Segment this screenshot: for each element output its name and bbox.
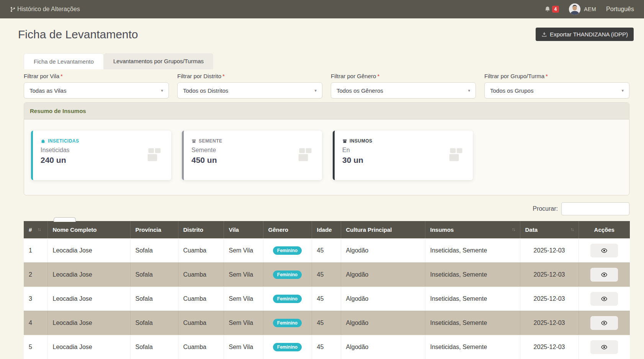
filter-grupo-turma: Filtrar por Grupo/Turma* Todos os Grupos… — [484, 73, 629, 98]
boxes-icon — [448, 147, 464, 164]
gender-badge: Feminino — [273, 295, 302, 303]
column-header-provincia[interactable]: Província — [130, 221, 178, 238]
column-header-data[interactable]: Data↑↓ — [520, 221, 579, 238]
resumo-de-insumos-panel: Resumo de Insumos INSETICIDAS Inseticida… — [24, 102, 629, 195]
card-name: Semente — [191, 147, 314, 154]
export-button[interactable]: Exportar THANDIZANA (iDPP) — [536, 28, 634, 41]
card-quantity: 30 un — [342, 156, 465, 165]
column-header-num[interactable]: #↑↓ — [24, 221, 47, 238]
filter-genero: Filtrar por Gênero* Todos os Gêneros ▾ — [331, 73, 476, 98]
page-title: Ficha de Levantamento — [18, 28, 138, 41]
column-header-vila[interactable]: Vila — [224, 221, 263, 238]
required-asterisk: * — [546, 73, 548, 79]
chevron-down-icon: ▾ — [468, 88, 470, 93]
card-name: Inseticidas — [41, 147, 163, 154]
column-header-nome-completo[interactable]: Nome Completo — [47, 221, 130, 238]
user-initials: AEM — [584, 6, 596, 12]
view-row-button[interactable] — [590, 316, 618, 330]
required-asterisk: * — [222, 73, 225, 79]
download-icon — [541, 31, 547, 37]
topbar: Histórico de Alterações 4 AEM — [0, 0, 644, 18]
table-header-row: #↑↓ Nome Completo Província Distrito Vil… — [24, 221, 630, 238]
sort-icon: ↑↓ — [37, 227, 40, 232]
eye-icon — [601, 320, 608, 326]
tab-ficha-de-levantamento[interactable]: Ficha de Levantamento — [24, 53, 104, 69]
filter-vila: Filtrar por Vila* Todas as Vilas ▾ — [24, 73, 169, 98]
eye-icon — [601, 271, 608, 278]
table-row: 3 Leocadia Jose Sofala Cuamba Sem Vila F… — [24, 287, 630, 311]
search-label: Procurar: — [533, 205, 558, 212]
notification-badge: 4 — [552, 6, 559, 13]
column-header-distrito[interactable]: Distrito — [178, 221, 224, 238]
avatar — [569, 3, 580, 15]
records-table: #↑↓ Nome Completo Província Distrito Vil… — [24, 221, 629, 359]
column-header-idade[interactable]: Idade — [312, 221, 341, 238]
tab-bar: Ficha de Levantamento Levantamentos por … — [24, 53, 629, 69]
app-title: Histórico de Alterações — [17, 6, 80, 13]
stat-card-insumos: INSUMOS En 30 un — [333, 131, 473, 180]
boxes-icon — [297, 147, 314, 164]
stat-card-inseticidas: INSETICIDAS Inseticidas 240 un — [31, 131, 171, 180]
bell-icon — [544, 6, 551, 13]
eye-icon — [601, 344, 608, 351]
view-row-button[interactable] — [590, 268, 618, 282]
required-asterisk: * — [377, 73, 379, 79]
view-row-button[interactable] — [590, 244, 618, 257]
search-input[interactable] — [561, 202, 629, 215]
boxes-icon — [146, 147, 163, 164]
gender-badge: Feminino — [273, 319, 302, 327]
table-row: 4 Leocadia Jose Sofala Cuamba Sem Vila F… — [24, 311, 630, 335]
vila-select[interactable]: Todas as Vilas ▾ — [24, 82, 169, 98]
genero-select[interactable]: Todos os Gêneros ▾ — [331, 82, 476, 98]
gender-badge: Feminino — [273, 343, 302, 351]
card-name: En — [342, 147, 465, 154]
gender-badge: Feminino — [273, 270, 302, 279]
column-header-cultura-principal[interactable]: Cultura Principal — [341, 221, 425, 238]
table-row: 1 Leocadia Jose Sofala Cuamba Sem Vila F… — [24, 238, 630, 262]
language-selector[interactable]: Português — [606, 6, 634, 13]
card-quantity: 450 un — [191, 156, 314, 165]
page-length-select[interactable] — [54, 217, 76, 222]
notifications-button[interactable]: 4 — [544, 6, 559, 13]
box-icon — [342, 139, 347, 144]
chevron-down-icon: ▾ — [621, 88, 624, 93]
app-brand: Histórico de Alterações — [10, 6, 80, 13]
view-row-button[interactable] — [590, 292, 618, 306]
required-asterisk: * — [60, 73, 63, 79]
user-menu[interactable]: AEM — [569, 3, 596, 15]
eye-icon — [601, 295, 608, 302]
tab-levantamentos-por-grupos-turmas[interactable]: Levantamentos por Grupos/Turmas — [104, 53, 213, 69]
card-quantity: 240 un — [41, 156, 163, 165]
bug-icon — [41, 139, 46, 144]
distrito-select[interactable]: Todos os Distritos ▾ — [177, 82, 322, 98]
branch-icon — [10, 6, 16, 13]
view-row-button[interactable] — [590, 340, 618, 354]
column-header-insumos[interactable]: Insumos↑↓ — [425, 221, 520, 238]
gender-badge: Feminino — [273, 246, 302, 255]
box-icon — [191, 139, 196, 144]
chevron-down-icon: ▾ — [161, 88, 163, 93]
chevron-down-icon: ▾ — [314, 88, 317, 93]
panel-title: Resumo de Insumos — [24, 103, 629, 120]
sort-icon: ↑↓ — [512, 227, 515, 232]
eye-icon — [601, 247, 608, 254]
filter-distrito: Filtrar por Distrito* Todos os Distritos… — [177, 73, 322, 98]
table-row: 2 Leocadia Jose Sofala Cuamba Sem Vila F… — [24, 262, 630, 287]
stat-card-semente: SEMENTE Semente 450 un — [182, 131, 322, 180]
column-header-accoes[interactable]: Acções — [579, 221, 630, 238]
table-row: 5 Leocadia Jose Sofala Cuamba Sem Vila F… — [24, 335, 630, 359]
grupo-turma-select[interactable]: Todos os Grupos ▾ — [484, 82, 629, 98]
filters-row: Filtrar por Vila* Todas as Vilas ▾ Filtr… — [24, 73, 629, 98]
sort-icon: ↑↓ — [570, 227, 574, 232]
column-header-genero[interactable]: Gênero — [263, 221, 312, 238]
